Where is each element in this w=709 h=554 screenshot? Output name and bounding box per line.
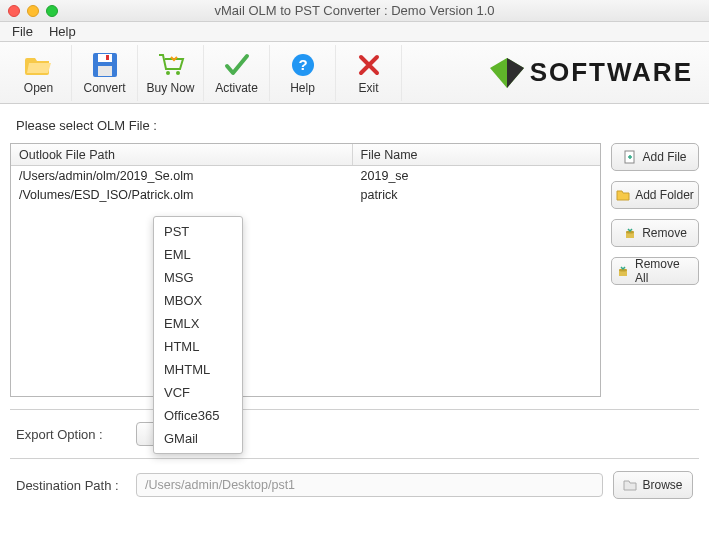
save-disk-icon: [91, 51, 119, 79]
exit-icon: [355, 51, 383, 79]
file-plus-icon: [623, 150, 637, 164]
title-bar: vMail OLM to PST Converter : Demo Versio…: [0, 0, 709, 22]
window-title: vMail OLM to PST Converter : Demo Versio…: [0, 3, 709, 18]
export-option[interactable]: MHTML: [154, 358, 242, 381]
folder-open-icon: [25, 51, 53, 79]
export-option[interactable]: GMail: [154, 427, 242, 450]
diamond-icon: [490, 58, 524, 88]
remove-all-icon: [616, 264, 630, 278]
menu-file[interactable]: File: [4, 24, 41, 39]
svg-point-4: [166, 71, 170, 75]
svg-rect-3: [106, 55, 109, 60]
svg-text:?: ?: [298, 56, 307, 73]
browse-button[interactable]: Browse: [613, 471, 693, 499]
cell-name: patrick: [353, 185, 600, 204]
buynow-label: Buy Now: [146, 81, 194, 95]
side-buttons: Add File Add Folder Remove Remove All: [611, 143, 699, 397]
svg-point-5: [176, 71, 180, 75]
table-row[interactable]: /Users/admin/olm/2019_Se.olm2019_se: [11, 166, 600, 185]
export-dropdown: PSTEMLMSGMBOXEMLXHTMLMHTMLVCFOffice365GM…: [153, 216, 243, 454]
remove-all-label: Remove All: [635, 257, 694, 285]
content-area: Please select OLM File : Outlook File Pa…: [0, 104, 709, 503]
folder-icon: [616, 189, 630, 201]
export-label: Export Option :: [16, 427, 126, 442]
add-file-label: Add File: [642, 150, 686, 164]
toolbar: Open Convert Buy Now Activate ? Help Exi…: [0, 42, 709, 104]
browse-folder-icon: [623, 479, 637, 491]
col-name-header[interactable]: File Name: [353, 144, 600, 165]
menu-help[interactable]: Help: [41, 24, 84, 39]
cell-path: /Users/admin/olm/2019_Se.olm: [11, 166, 353, 185]
table-row[interactable]: /Volumes/ESD_ISO/Patrick.olmpatrick: [11, 185, 600, 204]
convert-label: Convert: [83, 81, 125, 95]
destination-label: Destination Path :: [16, 478, 126, 493]
open-button[interactable]: Open: [6, 45, 72, 101]
cell-name: 2019_se: [353, 166, 600, 185]
export-option-row: Export Option :: [10, 422, 699, 446]
svg-rect-2: [98, 66, 112, 76]
brand-text: SOFTWARE: [530, 57, 693, 88]
open-label: Open: [24, 81, 53, 95]
browse-label: Browse: [642, 478, 682, 492]
export-option[interactable]: Office365: [154, 404, 242, 427]
activate-label: Activate: [215, 81, 258, 95]
col-path-header[interactable]: Outlook File Path: [11, 144, 353, 165]
help-icon: ?: [289, 51, 317, 79]
check-icon: [223, 51, 251, 79]
add-folder-button[interactable]: Add Folder: [611, 181, 699, 209]
menu-bar: File Help: [0, 22, 709, 42]
remove-all-button[interactable]: Remove All: [611, 257, 699, 285]
prompt-label: Please select OLM File :: [10, 112, 699, 143]
exit-button[interactable]: Exit: [336, 45, 402, 101]
cell-path: /Volumes/ESD_ISO/Patrick.olm: [11, 185, 353, 204]
cart-icon: [157, 51, 185, 79]
remove-icon: [623, 226, 637, 240]
divider: [10, 458, 699, 459]
svg-rect-1: [98, 54, 112, 62]
convert-button[interactable]: Convert: [72, 45, 138, 101]
export-option[interactable]: HTML: [154, 335, 242, 358]
add-folder-label: Add Folder: [635, 188, 694, 202]
help-label: Help: [290, 81, 315, 95]
export-option[interactable]: VCF: [154, 381, 242, 404]
activate-button[interactable]: Activate: [204, 45, 270, 101]
file-table: Outlook File Path File Name /Users/admin…: [10, 143, 601, 397]
remove-button[interactable]: Remove: [611, 219, 699, 247]
export-option[interactable]: EML: [154, 243, 242, 266]
destination-input[interactable]: [136, 473, 603, 497]
remove-label: Remove: [642, 226, 687, 240]
export-option[interactable]: PST: [154, 220, 242, 243]
destination-row: Destination Path : Browse: [10, 471, 699, 499]
brand-logo: SOFTWARE: [402, 57, 703, 88]
table-header: Outlook File Path File Name: [11, 144, 600, 166]
add-file-button[interactable]: Add File: [611, 143, 699, 171]
export-option[interactable]: MBOX: [154, 289, 242, 312]
buynow-button[interactable]: Buy Now: [138, 45, 204, 101]
table-body: /Users/admin/olm/2019_Se.olm2019_se/Volu…: [11, 166, 600, 204]
exit-label: Exit: [358, 81, 378, 95]
help-button[interactable]: ? Help: [270, 45, 336, 101]
divider: [10, 409, 699, 410]
export-option[interactable]: EMLX: [154, 312, 242, 335]
export-option[interactable]: MSG: [154, 266, 242, 289]
